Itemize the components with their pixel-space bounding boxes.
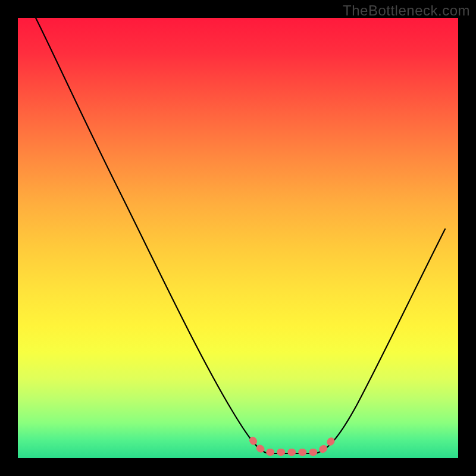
chart-container: TheBottleneck.com [0, 0, 476, 476]
bottleneck-curve-path [36, 18, 445, 453]
bottom-marker-path [253, 438, 333, 452]
plot-area [18, 18, 458, 458]
curve-overlay [18, 18, 458, 458]
watermark-text: TheBottleneck.com [343, 2, 470, 19]
